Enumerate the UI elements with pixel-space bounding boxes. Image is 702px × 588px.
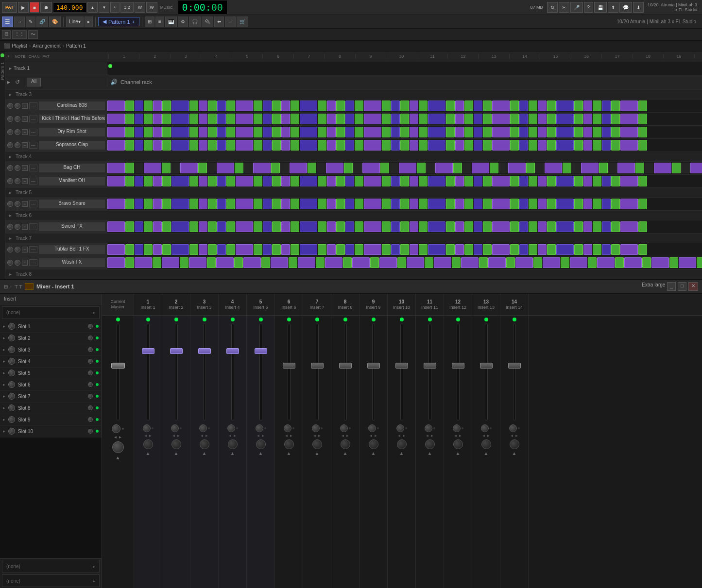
pattern-block[interactable] [547, 244, 556, 255]
mixer-channel-2[interactable]: ◄ ► ▲ [162, 316, 190, 588]
pattern-block[interactable] [455, 221, 464, 232]
pattern-block[interactable] [189, 101, 198, 111]
pattern-block[interactable] [474, 244, 482, 255]
pattern-block[interactable] [452, 257, 461, 268]
pattern-block[interactable] [171, 101, 189, 111]
vol-knob-carolinas[interactable] [7, 103, 13, 109]
pattern-block[interactable] [474, 221, 482, 232]
pattern-block[interactable] [162, 114, 171, 124]
pattern-block[interactable] [162, 101, 171, 111]
pattern-block[interactable] [107, 257, 125, 268]
pattern-block[interactable] [254, 101, 262, 111]
pattern-block[interactable] [561, 257, 569, 268]
breadcrumb-playlist[interactable]: Playlist [12, 43, 27, 49]
pattern-block[interactable] [510, 176, 519, 186]
ch-rack-all-btn[interactable]: All [27, 78, 41, 86]
pattern-block[interactable] [125, 163, 134, 173]
pattern-block[interactable] [263, 244, 272, 255]
tools-btn[interactable]: ✂ [559, 2, 569, 13]
pattern-block[interactable] [135, 127, 143, 137]
pattern-block[interactable] [617, 163, 635, 173]
pattern-block[interactable] [464, 221, 473, 232]
pattern-block[interactable] [611, 140, 620, 151]
pattern-block[interactable] [318, 176, 326, 186]
pattern-block[interactable] [547, 127, 556, 137]
slot1-knob[interactable] [8, 323, 15, 330]
pattern-block[interactable] [162, 257, 179, 268]
pattern-block[interactable] [547, 176, 556, 186]
pattern-block[interactable] [638, 114, 647, 124]
pattern-block[interactable] [547, 221, 556, 232]
master-knob[interactable] [112, 424, 120, 433]
master-up-arrow[interactable]: ▲ [116, 455, 120, 460]
pattern-block[interactable] [492, 114, 510, 124]
pattern-block[interactable] [125, 127, 134, 137]
pattern-block[interactable] [455, 101, 464, 111]
ch5-knob[interactable] [256, 424, 263, 432]
pattern-block[interactable] [226, 199, 235, 209]
ch12-fader-handle[interactable] [452, 363, 464, 369]
pattern-block[interactable] [226, 101, 235, 111]
pattern-block[interactable] [135, 199, 143, 209]
pattern-block[interactable] [364, 244, 381, 255]
pattern-block[interactable] [593, 101, 601, 111]
ch11-fader-handle[interactable] [424, 363, 436, 369]
pattern-block[interactable] [180, 257, 188, 268]
pattern-block[interactable] [428, 114, 445, 124]
pattern-block[interactable] [446, 140, 455, 151]
pattern-block[interactable] [654, 163, 671, 173]
pattern-block[interactable] [492, 244, 510, 255]
pattern-block[interactable] [391, 127, 400, 137]
pattern-block[interactable] [474, 101, 482, 111]
ch8-knob[interactable] [340, 424, 348, 432]
ch6-large-knob[interactable] [284, 439, 294, 449]
pattern-block[interactable] [355, 140, 363, 151]
pattern-block[interactable] [410, 114, 418, 124]
pattern-block[interactable] [208, 140, 217, 151]
pattern-block[interactable] [189, 114, 198, 124]
pattern-block[interactable] [236, 127, 253, 137]
pattern-block[interactable] [144, 221, 153, 232]
pattern-block[interactable] [488, 257, 506, 268]
route-wosh[interactable]: --- [29, 259, 37, 266]
pattern-block[interactable] [419, 244, 428, 255]
pattern-block[interactable] [207, 163, 216, 173]
pattern-block[interactable] [506, 257, 515, 268]
ch14-knob[interactable] [509, 424, 517, 432]
pattern-block[interactable] [583, 101, 592, 111]
pattern-block[interactable] [599, 163, 608, 173]
pattern-block[interactable] [391, 176, 400, 186]
mixer-header-2[interactable]: 2 Insert 2 [162, 294, 190, 315]
pattern-block[interactable] [280, 163, 289, 173]
pattern-block[interactable] [318, 114, 326, 124]
pattern-block[interactable] [263, 101, 272, 111]
pattern-block[interactable] [519, 127, 528, 137]
pattern-block[interactable] [364, 199, 381, 209]
pattern-block[interactable] [345, 140, 354, 151]
mute-tublar[interactable]: − [22, 247, 28, 252]
name-sopranos[interactable]: Sopranos Clap [39, 141, 105, 150]
pattern-block[interactable] [364, 176, 381, 186]
ch12-large-knob[interactable] [453, 439, 463, 449]
pattern-block[interactable] [162, 244, 171, 255]
line-dropdown[interactable]: Line ▾ [66, 17, 84, 27]
pattern-block[interactable] [400, 221, 409, 232]
pattern-block[interactable] [529, 199, 537, 209]
pattern-block[interactable] [410, 176, 418, 186]
pattern-block[interactable] [515, 257, 533, 268]
pattern-block[interactable] [425, 257, 433, 268]
pattern-block[interactable] [611, 127, 620, 137]
ch4-large-knob[interactable] [228, 439, 238, 449]
pattern-block[interactable] [153, 114, 162, 124]
pattern-block[interactable] [236, 101, 253, 111]
blocks-kick[interactable] [107, 113, 702, 125]
pattern-block[interactable] [263, 176, 272, 186]
pattern-block[interactable] [428, 101, 445, 111]
pattern-block[interactable] [153, 101, 162, 111]
pattern-block[interactable] [217, 140, 226, 151]
pattern-block[interactable] [508, 163, 526, 173]
pattern-block[interactable] [318, 101, 326, 111]
pattern-block[interactable] [243, 257, 261, 268]
pattern-block[interactable] [400, 114, 409, 124]
pattern-block[interactable] [428, 221, 445, 232]
